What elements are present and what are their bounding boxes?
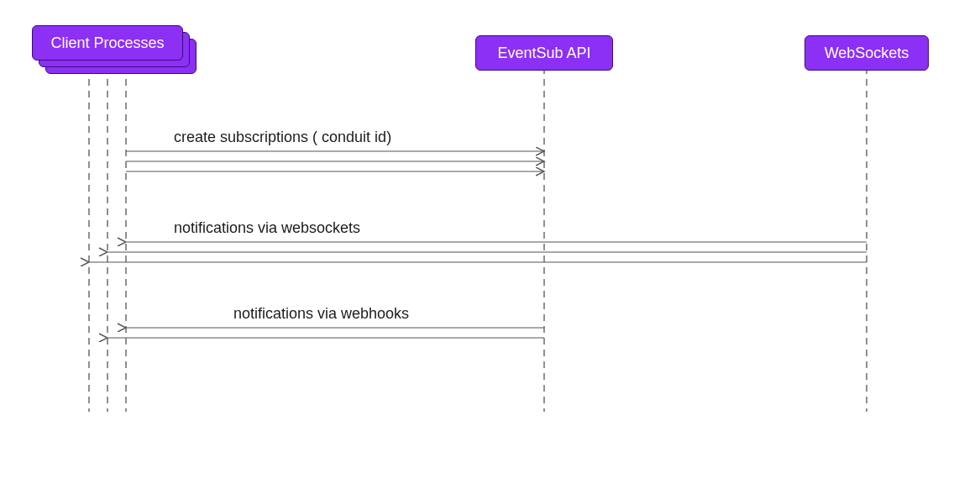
label-notifications-websockets: notifications via websockets [174,219,360,237]
actor-websockets-label: WebSockets [825,45,909,62]
actor-client-label: Client Processes [50,34,164,52]
sequence-diagram: Client Processes EventSub API WebSockets… [0,0,980,479]
label-notifications-webhooks: notifications via webhooks [233,305,409,323]
label-create-subscriptions: create subscriptions ( conduit id) [174,129,391,146]
actor-client: Client Processes [32,25,183,61]
actor-websockets: WebSockets [804,35,929,71]
actor-eventsub-label: EventSub API [497,45,590,62]
actor-eventsub: EventSub API [475,35,613,71]
